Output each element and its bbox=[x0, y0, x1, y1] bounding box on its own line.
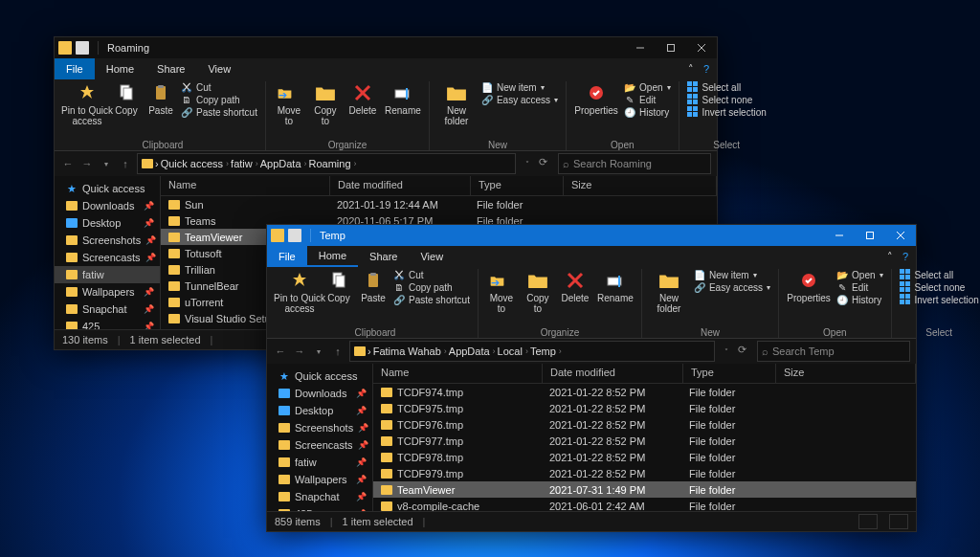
easy-access-button[interactable]: 🔗Easy access ▾ bbox=[694, 281, 770, 293]
breadcrumb-segment[interactable]: AppData› bbox=[449, 345, 496, 357]
minimize-button[interactable] bbox=[824, 225, 855, 246]
titlebar[interactable]: Temp bbox=[267, 225, 916, 246]
open-button[interactable]: 📂Open ▾ bbox=[836, 269, 882, 280]
copy-path-button[interactable]: 🗎Copy path bbox=[181, 94, 257, 105]
easy-access-button[interactable]: 🔗Easy access ▾ bbox=[481, 94, 558, 105]
paste-button[interactable]: Paste bbox=[359, 269, 388, 303]
maximize-button[interactable] bbox=[656, 37, 686, 58]
tab-file[interactable]: File bbox=[55, 58, 95, 79]
column-headers[interactable]: Name Date modified Type Size bbox=[373, 364, 916, 384]
col-name[interactable]: Name bbox=[161, 176, 330, 195]
new-item-button[interactable]: 📄New item ▾ bbox=[694, 269, 770, 280]
tab-view[interactable]: View bbox=[196, 58, 242, 79]
sidebar-item[interactable]: Downloads📌 bbox=[55, 197, 160, 214]
dropdown-icon[interactable]: ˅ bbox=[719, 344, 734, 359]
close-button[interactable] bbox=[686, 37, 717, 58]
open-button[interactable]: 📂Open ▾ bbox=[624, 81, 670, 93]
copy-to-button[interactable]: Copy to bbox=[523, 269, 553, 314]
breadcrumb-segment[interactable]: Temp› bbox=[530, 345, 562, 357]
breadcrumb-segment[interactable]: Local› bbox=[498, 345, 528, 357]
rename-button[interactable]: Rename bbox=[385, 81, 421, 116]
sidebar-item[interactable]: Snapchat📌 bbox=[55, 301, 160, 318]
forward-button[interactable]: → bbox=[292, 344, 307, 359]
refresh-button[interactable]: ⟳ bbox=[539, 156, 554, 171]
col-name[interactable]: Name bbox=[373, 364, 543, 383]
invert-selection-button[interactable]: Invert selection bbox=[900, 294, 979, 305]
pin-to-quick-access-button[interactable]: Pin to Quick access bbox=[280, 269, 319, 314]
properties-button[interactable]: Properties bbox=[574, 81, 618, 116]
refresh-button[interactable]: ⟳ bbox=[738, 344, 753, 359]
select-none-button[interactable]: Select none bbox=[900, 281, 979, 293]
sidebar-item[interactable]: Snapchat📌 bbox=[267, 488, 372, 505]
cut-button[interactable]: Cut bbox=[393, 269, 470, 280]
tab-file[interactable]: File bbox=[267, 246, 307, 267]
tab-share[interactable]: Share bbox=[145, 58, 196, 79]
copy-button[interactable]: Copy bbox=[324, 269, 353, 303]
move-to-button[interactable]: ➔Move to bbox=[486, 269, 517, 314]
col-size[interactable]: Size bbox=[776, 364, 916, 383]
table-row[interactable]: TCDF978.tmp 2021-01-22 8:52 PM File fold… bbox=[373, 449, 916, 465]
breadcrumb-segment[interactable]: AppData› bbox=[260, 158, 307, 169]
select-all-button[interactable]: Select all bbox=[900, 269, 979, 280]
up-button[interactable]: ↑ bbox=[330, 344, 345, 359]
tab-share[interactable]: Share bbox=[358, 246, 409, 267]
edit-button[interactable]: ✎Edit bbox=[624, 94, 670, 105]
chevron-up-icon[interactable]: ˄ bbox=[688, 63, 694, 76]
titlebar[interactable]: Roaming bbox=[55, 37, 717, 58]
breadcrumb[interactable]: ›Fatima Wahab›AppData›Local›Temp› bbox=[349, 341, 715, 362]
table-row[interactable]: TCDF979.tmp 2021-01-22 8:52 PM File fold… bbox=[373, 465, 916, 481]
close-button[interactable] bbox=[885, 225, 916, 246]
select-none-button[interactable]: Select none bbox=[687, 94, 767, 105]
sidebar-item[interactable]: Desktop📌 bbox=[267, 402, 372, 419]
col-date[interactable]: Date modified bbox=[330, 176, 471, 195]
back-button[interactable]: ← bbox=[273, 344, 288, 359]
view-icons-button[interactable] bbox=[889, 514, 908, 529]
dropdown-icon[interactable]: ˅ bbox=[520, 156, 535, 171]
sidebar-item[interactable]: fatiw bbox=[55, 266, 160, 283]
search-input[interactable]: ⌕ Search Temp bbox=[757, 341, 910, 362]
minimize-button[interactable] bbox=[625, 37, 656, 58]
sidebar-item[interactable]: Screencasts📌 bbox=[267, 436, 372, 454]
table-row[interactable]: TCDF974.tmp 2021-01-22 8:52 PM File fold… bbox=[373, 384, 916, 400]
table-row[interactable]: v8-compile-cache 2021-06-01 2:42 AM File… bbox=[373, 498, 916, 511]
sidebar-item[interactable]: Screenshots📌 bbox=[55, 232, 160, 249]
new-item-button[interactable]: 📄New item ▾ bbox=[481, 81, 558, 93]
breadcrumb[interactable]: ›Quick access›fatiw›AppData›Roaming› bbox=[137, 153, 516, 174]
back-button[interactable]: ← bbox=[60, 156, 76, 171]
breadcrumb-segment[interactable]: fatiw› bbox=[231, 158, 258, 169]
sidebar-item[interactable]: Screencasts📌 bbox=[55, 249, 160, 266]
sidebar-item[interactable]: Wallpapers📌 bbox=[267, 471, 372, 488]
tab-home[interactable]: Home bbox=[307, 246, 358, 267]
recent-dropdown[interactable]: ▾ bbox=[311, 344, 326, 359]
new-folder-button[interactable]: New folder bbox=[650, 269, 688, 314]
delete-button[interactable]: Delete bbox=[559, 269, 591, 303]
col-type[interactable]: Type bbox=[683, 364, 776, 383]
copy-button[interactable]: Copy bbox=[112, 81, 141, 116]
paste-shortcut-button[interactable]: 🔗Paste shortcut bbox=[181, 106, 257, 118]
table-row[interactable]: TCDF975.tmp 2021-01-22 8:52 PM File fold… bbox=[373, 400, 916, 416]
properties-button[interactable]: Properties bbox=[787, 269, 831, 303]
col-date[interactable]: Date modified bbox=[543, 364, 683, 383]
sidebar-item[interactable]: 425📌 bbox=[55, 318, 160, 329]
invert-selection-button[interactable]: Invert selection bbox=[687, 106, 767, 118]
sidebar-item[interactable]: ★Quick access bbox=[55, 180, 160, 197]
table-row[interactable]: TCDF977.tmp 2021-01-22 8:52 PM File fold… bbox=[373, 433, 916, 449]
file-list[interactable]: TCDF974.tmp 2021-01-22 8:52 PM File fold… bbox=[373, 384, 916, 511]
sidebar-item[interactable]: ★Quick access bbox=[267, 368, 372, 385]
recent-dropdown[interactable]: ▾ bbox=[99, 156, 114, 171]
chevron-up-icon[interactable]: ˄ bbox=[887, 251, 893, 263]
cut-button[interactable]: Cut bbox=[181, 81, 257, 93]
sidebar-item[interactable]: Screenshots📌 bbox=[267, 419, 372, 436]
tab-home[interactable]: Home bbox=[95, 58, 145, 79]
sidebar-item[interactable]: fatiw📌 bbox=[267, 454, 372, 471]
paste-button[interactable]: Paste bbox=[146, 81, 175, 116]
copy-to-button[interactable]: Copy to bbox=[310, 81, 341, 126]
history-button[interactable]: 🕘History bbox=[624, 106, 670, 118]
table-row[interactable]: TeamViewer 2021-07-31 1:49 PM File folde… bbox=[373, 481, 916, 498]
table-row[interactable]: TCDF976.tmp 2021-01-22 8:52 PM File fold… bbox=[373, 416, 916, 433]
edit-button[interactable]: ✎Edit bbox=[836, 281, 882, 293]
rename-button[interactable]: Rename bbox=[597, 269, 634, 303]
pin-to-quick-access-button[interactable]: Pin to Quick access bbox=[68, 81, 106, 126]
move-to-button[interactable]: ➔Move to bbox=[274, 81, 304, 126]
history-button[interactable]: 🕘History bbox=[836, 294, 882, 305]
